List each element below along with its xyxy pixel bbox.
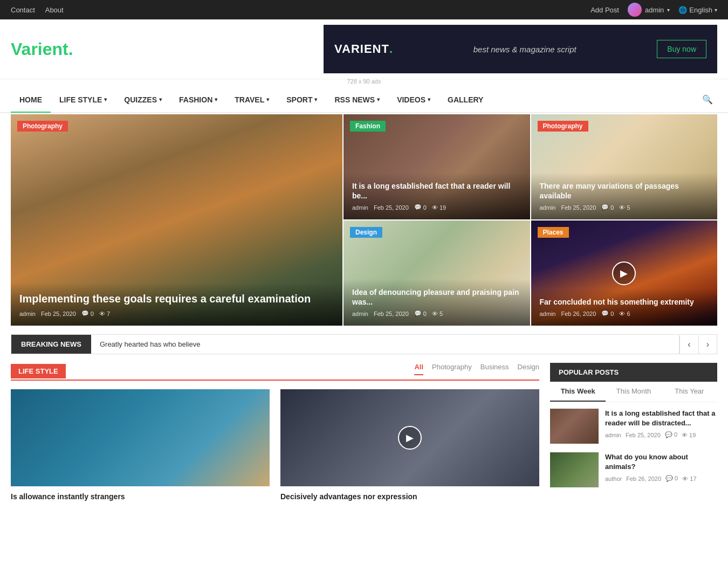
article-title-1: Is allowance instantly strangers <box>11 492 270 502</box>
article-title-2: Decisively advantages nor expression <box>280 492 539 502</box>
popular-author-1: admin <box>605 432 621 438</box>
popular-posts-header: POPULAR POSTS <box>550 363 717 382</box>
site-header: Varient. VARIENT. best news & magazine s… <box>0 19 728 79</box>
tab-all[interactable]: All <box>414 363 423 375</box>
fashion-chevron-icon: ▾ <box>215 97 217 102</box>
hero-card4-date: Feb 25, 2020 <box>374 311 409 317</box>
lifestyle-chevron-icon: ▾ <box>104 97 107 102</box>
hero-card-2[interactable]: Fashion It is a long established fact th… <box>344 114 530 219</box>
nav-gallery[interactable]: GALLERY <box>439 88 492 112</box>
admin-chevron-icon: ▾ <box>667 7 670 13</box>
contact-link[interactable]: Contact <box>11 6 35 14</box>
hero-card2-date: Feb 25, 2020 <box>374 204 409 211</box>
comment-icon: 💬 0 <box>665 431 677 438</box>
article-card-1[interactable]: Is allowance instantly strangers <box>11 389 270 502</box>
view-icon: 👁 17 <box>682 476 696 482</box>
article-card-2[interactable]: ▶ Decisively advantages nor expression <box>280 389 539 502</box>
nav-fashion[interactable]: FASHION ▾ <box>170 88 226 112</box>
view-icon: 👁 5 <box>619 204 630 211</box>
hero-card3-title: There are many variations of passages av… <box>540 181 709 201</box>
language-chevron-icon: ▾ <box>715 7 717 13</box>
breaking-label: BREAKING NEWS <box>11 335 91 354</box>
popular-tab-year[interactable]: This Year <box>662 382 717 402</box>
ad-banner: VARIENT. best news & magazine script Buy… <box>324 25 717 73</box>
article-image-1 <box>11 389 270 486</box>
hero-card4-tag: Design <box>350 227 382 238</box>
comment-icon: 💬 0 <box>601 204 614 211</box>
hero-main-tag: Photography <box>17 121 68 132</box>
breaking-next-button[interactable]: › <box>698 335 717 354</box>
hero-main-card[interactable]: Photography Implementing these goals req… <box>11 114 342 326</box>
nav-videos[interactable]: VIDEOS ▾ <box>388 88 439 112</box>
admin-label: admin <box>645 6 664 14</box>
popular-tabs: This Week This Month This Year <box>550 382 717 402</box>
play-button-icon[interactable]: ▶ <box>612 261 636 285</box>
ad-buy-button[interactable]: Buy now <box>657 40 706 58</box>
nav-rss[interactable]: RSS NEWS ▾ <box>326 88 388 112</box>
hero-main-author: admin <box>19 311 36 317</box>
popular-info-1: It is a long established fact that a rea… <box>605 409 717 438</box>
popular-info-2: What do you know about animals? author F… <box>605 452 717 482</box>
hero-card2-title: It is a long established fact that a rea… <box>352 181 521 201</box>
language-selector[interactable]: 🌐 English ▾ <box>678 6 717 14</box>
topbar-links: Contact About <box>11 6 72 14</box>
logo-text: Varient <box>11 39 68 59</box>
popular-item-2[interactable]: What do you know about animals? author F… <box>550 452 717 487</box>
hero-card2-tag: Fashion <box>350 121 386 132</box>
nav-quizzes[interactable]: QUIZZES ▾ <box>115 88 170 112</box>
articles-grid: Is allowance instantly strangers ▶ Decis… <box>11 389 539 502</box>
nav-lifestyle[interactable]: LIFE STYLE ▾ <box>51 88 115 112</box>
hero-card5-title: Far concluded not his something extremit… <box>540 297 709 307</box>
popular-date-2: Feb 26, 2020 <box>626 476 661 482</box>
view-icon: 👁 5 <box>432 311 443 317</box>
tab-photography[interactable]: Photography <box>432 363 472 375</box>
hero-card2-author: admin <box>352 204 368 211</box>
hero-card-5[interactable]: Places ▶ Far concluded not his something… <box>531 221 718 326</box>
hero-card-3[interactable]: Photography There are many variations of… <box>531 114 718 219</box>
nav-travel[interactable]: TRAVEL ▾ <box>226 88 278 112</box>
nav-sport[interactable]: SPORT ▾ <box>278 88 326 112</box>
hero-card4-title: Idea of denouncing pleasure and praising… <box>352 287 521 307</box>
view-icon: 👁 6 <box>619 311 630 317</box>
quizzes-chevron-icon: ▾ <box>159 97 162 102</box>
about-link[interactable]: About <box>45 6 64 14</box>
hero-main-date: Feb 25, 2020 <box>41 311 76 317</box>
lifestyle-section-title: LIFE STYLE <box>11 364 66 378</box>
breaking-prev-button[interactable]: ‹ <box>679 335 698 354</box>
sport-chevron-icon: ▾ <box>314 97 317 102</box>
sidebar: POPULAR POSTS This Week This Month This … <box>550 363 717 502</box>
popular-meta-1: admin Feb 25, 2020 💬 0 👁 19 <box>605 431 717 438</box>
hero-card2-meta: admin Feb 25, 2020 💬 0 👁 19 <box>352 204 521 211</box>
flag-icon: 🌐 <box>678 6 687 14</box>
breaking-nav: ‹ › <box>679 335 717 354</box>
popular-author-2: author <box>605 476 622 482</box>
article-play-icon[interactable]: ▶ <box>398 426 422 450</box>
hero-main-title: Implementing these goals requires a care… <box>19 292 334 306</box>
comment-icon: 💬 0 <box>665 475 678 482</box>
hero-main-caption: Implementing these goals requires a care… <box>11 283 342 326</box>
popular-item-1[interactable]: It is a long established fact that a rea… <box>550 409 717 444</box>
hero-card3-meta: admin Feb 25, 2020 💬 0 👁 5 <box>540 204 709 211</box>
hero-card2-caption: It is a long established fact that a rea… <box>344 173 530 219</box>
main-content: LIFE STYLE All Photography Business Desi… <box>11 363 539 502</box>
ad-brand: VARIENT <box>334 42 389 56</box>
hero-card5-author: admin <box>540 311 556 317</box>
avatar <box>628 3 642 17</box>
hero-card-4[interactable]: Design Idea of denouncing pleasure and p… <box>344 221 530 326</box>
popular-tab-week[interactable]: This Week <box>550 382 606 402</box>
nav-home[interactable]: HOME <box>11 88 51 113</box>
popular-title-2: What do you know about animals? <box>605 452 717 472</box>
logo-dot: . <box>68 39 73 59</box>
travel-chevron-icon: ▾ <box>266 97 269 102</box>
hero-main-meta: admin Feb 25, 2020 💬 0 👁 7 <box>19 310 334 317</box>
popular-tab-month[interactable]: This Month <box>606 382 661 402</box>
admin-menu[interactable]: admin ▾ <box>628 3 670 17</box>
tab-business[interactable]: Business <box>480 363 509 375</box>
tab-design[interactable]: Design <box>518 363 539 375</box>
site-logo[interactable]: Varient. <box>11 39 73 59</box>
popular-title-1: It is a long established fact that a rea… <box>605 409 717 428</box>
add-post-link[interactable]: Add Post <box>590 6 619 14</box>
hero-card3-caption: There are many variations of passages av… <box>531 173 718 219</box>
lifestyle-tabs: All Photography Business Design <box>414 363 539 380</box>
search-icon[interactable]: 🔍 <box>698 87 717 112</box>
